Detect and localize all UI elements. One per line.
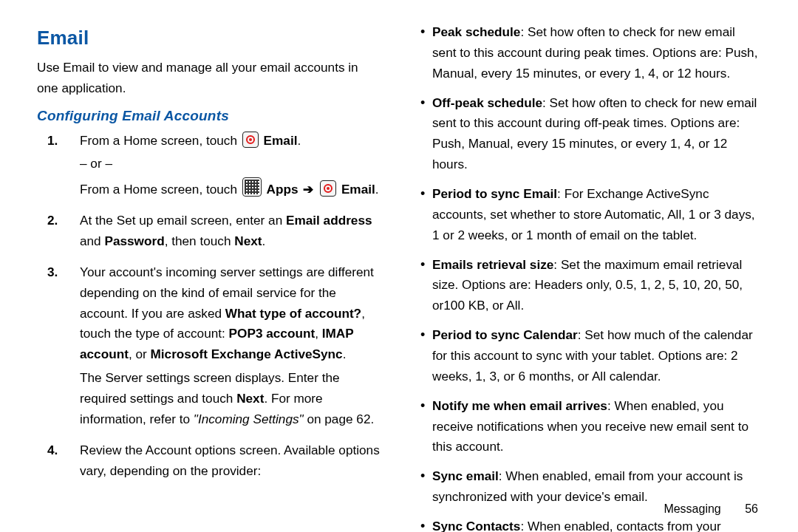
step-4: 4. Review the Account options screen. Av… xyxy=(37,440,382,485)
step-2: 2. At the Set up email screen, enter an … xyxy=(37,211,382,255)
step-body: From a Home screen, touch Email. – or – … xyxy=(80,131,382,204)
footer-section: Messaging xyxy=(664,502,720,515)
option-title: Sync Contacts xyxy=(432,519,520,532)
apps-icon xyxy=(242,177,262,197)
email-icon xyxy=(320,180,336,197)
text: , then touch xyxy=(165,233,235,248)
subsection-heading: Configuring Email Accounts xyxy=(37,105,382,128)
option-title: Off-peak schedule xyxy=(432,95,542,110)
bold-term: Password xyxy=(104,233,164,248)
step-number: 3. xyxy=(37,262,80,283)
bold-term: Next xyxy=(234,233,262,248)
option-period-sync-calendar: Period to sync Calendar: Set how much of… xyxy=(416,325,761,387)
step-number: 1. xyxy=(37,131,80,151)
step-body: Review the Account options screen. Avail… xyxy=(80,440,382,485)
option-peak-schedule: Peak schedule: Set how often to check fo… xyxy=(416,22,761,84)
option-sync-email: Sync email: When enabled, email from you… xyxy=(416,466,761,508)
bold-term: POP3 account xyxy=(229,326,316,341)
arrow-icon: ➔ xyxy=(303,182,313,197)
section-heading: Email xyxy=(37,22,382,53)
or-separator: – or – xyxy=(80,154,382,174)
text: . xyxy=(262,233,266,248)
cross-reference: "Incoming Settings" xyxy=(194,412,304,426)
text: on page 62. xyxy=(304,412,375,426)
text: , xyxy=(315,326,322,341)
option-period-sync-email: Period to sync Email: For Exchange Activ… xyxy=(416,184,761,246)
text: . xyxy=(297,133,301,148)
steps-list: 1. From a Home screen, touch Email. – or… xyxy=(37,131,382,485)
page-footer: Messaging 56 xyxy=(664,502,758,516)
text: From a Home screen, touch xyxy=(80,182,241,197)
bold-term: Email address xyxy=(286,213,372,228)
footer-page-number: 56 xyxy=(745,502,758,515)
email-icon xyxy=(242,132,259,148)
option-title: Sync email xyxy=(432,468,499,483)
option-title: Notify me when email arrives xyxy=(432,398,607,413)
step-number: 4. xyxy=(37,440,80,461)
option-title: Peak schedule xyxy=(432,24,520,39)
right-column: Peak schedule: Set how often to check fo… xyxy=(416,22,761,517)
option-sync-contacts: Sync Contacts: When enabled, contacts fr… xyxy=(416,516,761,532)
email-app-label: Email xyxy=(341,182,375,197)
step-3: 3. Your account's incoming server settin… xyxy=(37,262,382,433)
step-body: Your account's incoming server settings … xyxy=(80,262,382,433)
intro-text: Use Email to view and manage all your em… xyxy=(37,58,382,99)
text: . xyxy=(375,182,379,197)
step-1: 1. From a Home screen, touch Email. – or… xyxy=(37,131,382,204)
left-column: Email Use Email to view and manage all y… xyxy=(37,22,382,517)
bold-term: What type of account? xyxy=(225,306,361,321)
step-number: 2. xyxy=(37,211,80,231)
step-body: At the Set up email screen, enter an Ema… xyxy=(80,211,382,255)
option-off-peak-schedule: Off-peak schedule: Set how often to chec… xyxy=(416,93,761,175)
text: , or xyxy=(129,347,151,361)
option-title: Emails retrieval size xyxy=(432,257,553,272)
text: and xyxy=(80,233,104,248)
options-bullet-list: Peak schedule: Set how often to check fo… xyxy=(416,22,761,532)
option-notify-email: Notify me when email arrives: When enabl… xyxy=(416,396,761,458)
option-title: Period to sync Calendar xyxy=(432,327,578,342)
option-retrieval-size: Emails retrieval size: Set the maximum e… xyxy=(416,255,761,317)
option-title: Period to sync Email xyxy=(432,186,557,201)
apps-label: Apps xyxy=(267,182,302,197)
text: At the Set up email screen, enter an xyxy=(80,213,286,228)
text: Review the Account options screen. Avail… xyxy=(80,440,382,482)
email-app-label: Email xyxy=(264,133,298,148)
text: From a Home screen, touch xyxy=(80,133,241,148)
bold-term: Next xyxy=(236,391,264,406)
manual-page: Email Use Email to view and manage all y… xyxy=(0,0,798,532)
bold-term: Microsoft Exchange ActiveSync xyxy=(151,347,343,361)
text: . xyxy=(343,347,347,361)
